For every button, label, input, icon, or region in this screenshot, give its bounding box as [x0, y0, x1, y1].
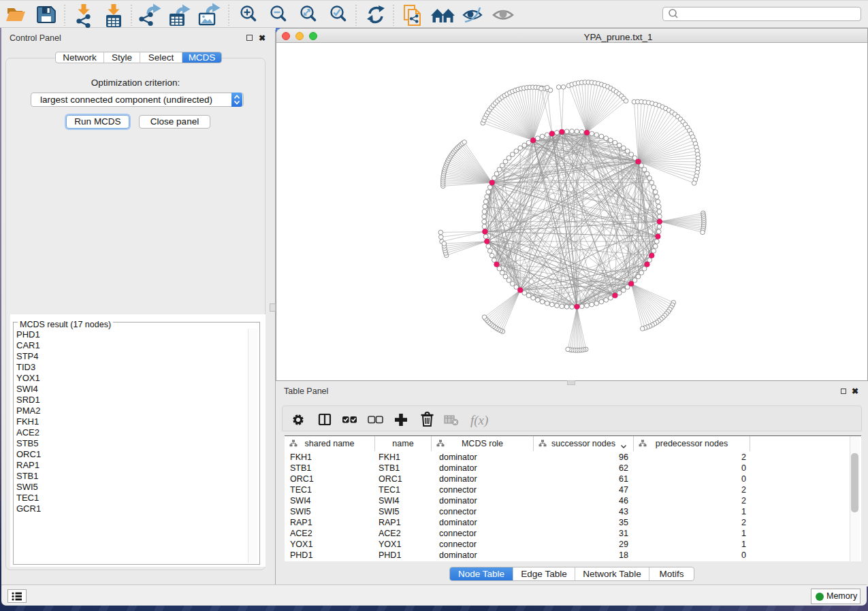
svg-text:f(x): f(x) [470, 413, 488, 428]
